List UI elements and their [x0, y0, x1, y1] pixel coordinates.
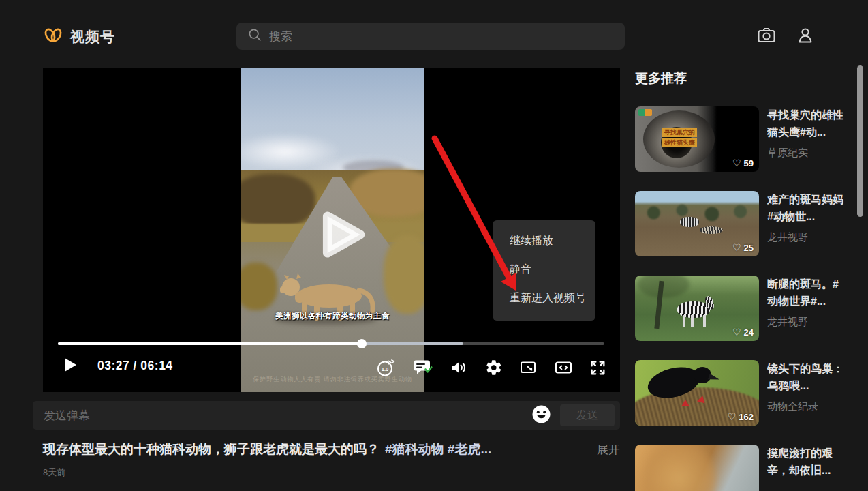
heart-icon: ♡: [732, 242, 741, 253]
time-display: 03:27 / 06:14: [97, 359, 173, 373]
thumbnail-crow[interactable]: ♡ 162: [635, 360, 759, 426]
recommended-video-monkey[interactable]: 语说动物 摸爬滚打的艰辛，却依旧...: [635, 445, 848, 491]
search-icon: [247, 27, 262, 45]
web-fullscreen-icon: [555, 359, 572, 378]
thumb-zebra-lying: [700, 226, 723, 234]
menu-item-continue-play[interactable]: 继续播放: [510, 234, 595, 248]
thumb-caption-overlay: 寻找巢穴的 雄性猫头鹰: [662, 128, 697, 147]
smiley-icon: [532, 405, 551, 426]
rec-meta: 难产的斑马妈妈 #动物世... 龙井视野: [767, 191, 848, 256]
web-fullscreen-button[interactable]: [555, 359, 572, 378]
rec-title[interactable]: 摸爬滚打的艰辛，却依旧...: [767, 445, 848, 479]
theater-mode-icon: [520, 359, 538, 378]
thumb-chick-mouth: [681, 400, 689, 406]
danmaku-input[interactable]: 发送弹幕: [44, 408, 532, 423]
page-scrollbar-thumb[interactable]: [857, 65, 863, 217]
rec-channel[interactable]: 动物全纪录: [767, 400, 848, 413]
progress-played: [58, 342, 362, 345]
video-scene-hill: [241, 174, 315, 228]
video-scene-grass: [384, 235, 424, 314]
thumbnail-owl[interactable]: 寻找巢穴的 雄性猫头鹰 ♡ 59: [635, 106, 759, 172]
heart-icon: ♡: [728, 411, 737, 422]
rec-meta: 寻找巢穴的雄性猫头鹰#动... 草原纪实: [767, 106, 848, 172]
gear-icon: [485, 359, 503, 378]
rec-channel[interactable]: 草原纪实: [767, 147, 848, 160]
video-title: 现存体型最大的十种猫科动物，狮子跟老虎就是最大的吗？: [43, 441, 379, 458]
camera-icon: [756, 26, 777, 47]
svg-text:1.0: 1.0: [382, 366, 388, 372]
recommended-video-zebra-leg[interactable]: ♡ 24 断腿的斑马。#动物世界#... 龙井视野: [635, 276, 848, 341]
video-age: 8天前: [43, 466, 65, 479]
speed-icon: 1.0: [375, 357, 396, 380]
player-context-menu: 继续播放 静音 重新进入视频号: [493, 220, 595, 321]
thumb-zebra-leg: [691, 315, 694, 327]
play-icon: [63, 357, 77, 374]
fullscreen-button[interactable]: [589, 359, 606, 378]
theater-mode-button[interactable]: [520, 359, 538, 378]
fullscreen-icon: [589, 359, 606, 378]
volume-button[interactable]: [450, 359, 468, 378]
danmaku-bubble-icon: [413, 359, 433, 378]
search-input[interactable]: 搜索: [236, 23, 625, 50]
big-play-button[interactable]: [305, 202, 371, 267]
app-window: 视频号 搜索: [0, 0, 868, 491]
danmaku-input-bar: 发送弹幕 发送: [33, 401, 620, 430]
brand-logo[interactable]: 视频号: [43, 26, 115, 47]
rec-channel[interactable]: 龙井视野: [767, 316, 848, 329]
rec-title[interactable]: 断腿的斑马。#动物世界#...: [767, 276, 848, 310]
person-icon: [796, 26, 815, 47]
camera-button[interactable]: [756, 26, 777, 47]
thumbnail-zebra-birth[interactable]: ♡ 25: [635, 191, 759, 256]
search-placeholder: 搜索: [269, 29, 292, 44]
thumb-tree-canopy: [636, 276, 691, 299]
heart-icon: ♡: [732, 327, 741, 338]
expand-button[interactable]: 展开: [597, 442, 620, 458]
like-count: ♡ 25: [732, 242, 754, 253]
thumb-crow-beak: [708, 374, 720, 383]
rec-title[interactable]: 镜头下的鸟巢：乌鸦喂...: [767, 360, 848, 394]
progress-knob[interactable]: [357, 339, 367, 348]
video-info-row: 现存体型最大的十种猫科动物，狮子跟老虎就是最大的吗？ #猫科动物 #老虎... …: [43, 441, 620, 458]
thumbnail-zebra-leg[interactable]: ♡ 24: [635, 276, 759, 341]
menu-item-mute[interactable]: 静音: [510, 263, 595, 277]
rec-meta: 镜头下的鸟巢：乌鸦喂... 动物全纪录: [767, 360, 848, 426]
menu-item-reenter-channels[interactable]: 重新进入视频号: [510, 291, 595, 306]
header-actions: [756, 26, 815, 47]
like-count: ♡ 24: [732, 327, 754, 338]
recommended-video-owl[interactable]: 寻找巢穴的 雄性猫头鹰 ♡ 59 寻找巢穴的雄性猫头鹰#动... 草原纪实: [635, 106, 848, 172]
profile-button[interactable]: [796, 26, 815, 47]
player-controls-right: 1.0: [375, 357, 606, 380]
play-triangle-icon: [305, 258, 371, 269]
rec-meta: 摸爬滚打的艰辛，却依旧...: [767, 445, 848, 491]
recommended-video-zebra-birth[interactable]: ♡ 25 难产的斑马妈妈 #动物世... 龙井视野: [635, 191, 848, 256]
heart-icon: ♡: [732, 158, 741, 168]
brand-title: 视频号: [70, 27, 115, 46]
playback-speed-button[interactable]: 1.0: [375, 357, 396, 380]
channels-logo-icon: [43, 26, 63, 47]
play-button[interactable]: [63, 357, 77, 374]
thumbnail-monkey[interactable]: 语说动物: [635, 445, 759, 491]
emoji-button[interactable]: [532, 405, 551, 426]
rec-title[interactable]: 难产的斑马妈妈 #动物世...: [767, 191, 848, 225]
thumb-channel-badge: [638, 109, 652, 116]
danmaku-toggle-button[interactable]: [413, 359, 433, 378]
sidebar-heading: 更多推荐: [635, 70, 848, 87]
volume-icon: [450, 359, 468, 378]
thumb-zebra-standing: [680, 217, 699, 227]
settings-button[interactable]: [485, 359, 503, 378]
like-count: ♡ 59: [732, 158, 754, 168]
video-subtitle: 美洲狮以各种有蹄类动物为主食: [241, 311, 424, 321]
rec-channel[interactable]: 龙井视野: [767, 231, 848, 244]
rec-meta: 断腿的斑马。#动物世界#... 龙井视野: [767, 276, 848, 341]
thumb-zebra-leg: [703, 315, 706, 327]
thumb-monkey-body: [642, 445, 717, 491]
send-danmaku-button[interactable]: 发送: [560, 404, 615, 426]
progress-bar[interactable]: [58, 342, 604, 345]
recommendations-sidebar: 更多推荐 寻找巢穴的 雄性猫头鹰 ♡ 59 寻找巢穴的雄性猫头鹰#动... 草原…: [635, 70, 848, 491]
video-hashtags[interactable]: #猫科动物 #老虎...: [385, 441, 491, 458]
thumb-zebra-leg: [683, 315, 685, 327]
recommended-video-crow[interactable]: ♡ 162 镜头下的鸟巢：乌鸦喂... 动物全纪录: [635, 360, 848, 426]
rec-title[interactable]: 寻找巢穴的雄性猫头鹰#动...: [767, 106, 848, 140]
like-count: ♡ 162: [728, 411, 754, 422]
player-controls-left: 03:27 / 06:14: [63, 357, 173, 374]
